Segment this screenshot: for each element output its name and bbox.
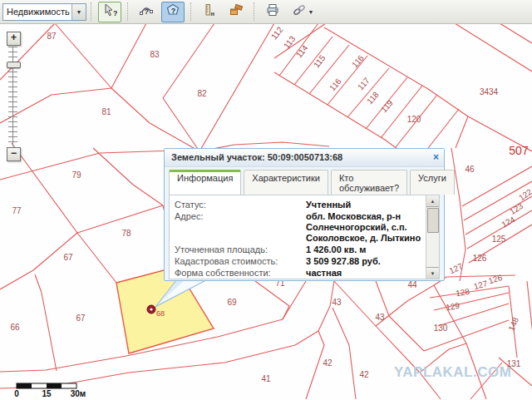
field-label: Форма собственности: — [175, 268, 306, 279]
svg-text:0: 0 — [14, 389, 19, 398]
tab-кто-обслуживает-[interactable]: Кто обслуживает? — [331, 170, 407, 195]
parcel-label: 83 — [150, 50, 160, 59]
measure-area-button[interactable] — [224, 2, 248, 22]
identify-polygon-icon: ? — [165, 2, 180, 21]
toolbar-separator — [127, 2, 129, 21]
cursor-identify-icon: ? — [102, 2, 117, 21]
parcel-label: 42 — [359, 370, 369, 379]
watermark: YAPLAKAL.COM — [394, 364, 511, 380]
popup-tabs: ИнформацияХарактеристикиКто обслуживает?… — [165, 167, 444, 195]
field-row: Адрес:обл. Московская, р-н Солнечногорск… — [175, 211, 422, 244]
zoom-slider-handle[interactable] — [7, 62, 21, 68]
parcel-label: 130 — [434, 323, 448, 333]
top-toolbar: Недвижимость ▼ ? ? — [0, 0, 532, 24]
parcel-label: 126 — [473, 254, 487, 263]
svg-text:?: ? — [171, 7, 176, 15]
field-value: 1 426.00 кв. м — [306, 244, 422, 255]
close-icon[interactable]: × — [433, 149, 439, 166]
parcel-label: 81 — [101, 107, 111, 116]
field-label: Уточненная площадь: — [175, 244, 306, 255]
field-label: Адрес: — [175, 211, 306, 244]
svg-text:?: ? — [113, 9, 117, 17]
parcel-label: 87 — [47, 32, 57, 41]
field-row: Уточненная площадь:1 426.00 кв. м — [175, 244, 422, 255]
tab-информация[interactable]: Информация — [169, 170, 241, 195]
parcel-label: 46 — [465, 165, 475, 174]
identify-polygon-button[interactable]: ? — [161, 2, 185, 22]
parcel-label: 77 — [12, 206, 22, 215]
toolbar-separator — [254, 2, 255, 21]
print-button[interactable] — [261, 2, 284, 22]
permalink-icon — [292, 2, 307, 21]
parcel-label: 41 — [261, 374, 271, 383]
print-icon — [265, 2, 280, 21]
measure-curve-icon: ? — [139, 2, 154, 21]
layer-select[interactable]: Недвижимость ▼ — [2, 3, 86, 21]
field-row: Кадастровая стоимость:3 509 927.88 руб. — [175, 256, 422, 267]
measure-curve-button[interactable]: ? — [135, 2, 158, 22]
popup-title-text: Земельный участок: 50:09:0050713:68 — [171, 152, 342, 162]
scroll-down-icon[interactable]: ▼ — [426, 267, 439, 279]
cadastral-map-app: 8783828179777867666769714142424343444612… — [0, 0, 532, 400]
parcel-label: 79 — [71, 170, 81, 180]
field-value: обл. Московская, р-н Солнечногорский, с.… — [306, 211, 422, 244]
caret-down-icon[interactable]: ▼ — [308, 9, 314, 15]
field-value: частная — [306, 268, 422, 279]
parcel-label: 507 — [509, 144, 529, 157]
parcel-label: 67 — [76, 314, 86, 323]
field-label: Статус: — [175, 200, 306, 210]
map-zoom-control: + − — [7, 32, 21, 161]
parcel-label: 42 — [323, 358, 332, 368]
field-value: Учтенный — [306, 200, 422, 210]
permalink-button[interactable]: ▼ — [288, 2, 318, 22]
svg-text:15: 15 — [42, 389, 52, 398]
parcel-label: 43 — [332, 298, 342, 307]
parcel-label: 82 — [197, 89, 207, 98]
tab-характеристики[interactable]: Характеристики — [244, 170, 328, 195]
tab-услуги[interactable]: Услуги — [410, 170, 455, 195]
parcel-label: 120 — [407, 115, 421, 124]
svg-text:?: ? — [145, 7, 150, 16]
popup-title: Земельный участок: 50:09:0050713:68 × — [165, 149, 444, 167]
parcel-info-popup: Земельный участок: 50:09:0050713:68 × Ин… — [164, 148, 445, 281]
layer-select-value: Недвижимость — [3, 4, 71, 20]
popup-scrollbar[interactable]: ▲ ▼ — [426, 195, 439, 279]
selected-parcel-number: 68 — [156, 309, 165, 318]
parcel-label: 3434 — [480, 87, 499, 96]
field-row: Форма собственности:частная — [175, 268, 422, 279]
svg-text:30м: 30м — [71, 389, 86, 398]
parcel-label: 69 — [227, 298, 237, 307]
toolbar-separator — [190, 2, 192, 21]
popup-content: Статус:УчтенныйАдрес:обл. Московская, р-… — [169, 195, 440, 279]
parcel-label: 66 — [10, 323, 20, 332]
scrollbar-thumb[interactable] — [427, 208, 439, 233]
parcel-label: 67 — [63, 253, 73, 262]
identify-cursor-button[interactable]: ? — [98, 2, 121, 22]
zoom-track[interactable] — [7, 47, 19, 146]
scroll-up-icon[interactable]: ▲ — [426, 195, 439, 207]
parcel-label: 78 — [121, 229, 131, 238]
measure-length-button[interactable]: н — [198, 2, 221, 22]
field-row: Статус:Учтенный — [175, 200, 422, 210]
parcel-label: 44 — [407, 280, 417, 289]
measure-length-icon: н — [202, 2, 217, 21]
zoom-in-button[interactable]: + — [7, 32, 21, 46]
zoom-out-button[interactable]: − — [7, 147, 21, 161]
parcel-label: 125 — [492, 235, 506, 244]
svg-text:н: н — [211, 10, 215, 17]
caret-down-icon[interactable]: ▼ — [71, 4, 86, 20]
measure-area-icon — [229, 2, 244, 21]
field-label: Кадастровая стоимость: — [175, 256, 306, 267]
field-list: Статус:УчтенныйАдрес:обл. Московская, р-… — [175, 200, 422, 279]
field-value: 3 509 927.88 руб. — [306, 256, 422, 267]
toolbar-separator — [91, 2, 92, 21]
parcel-label: 43 — [375, 313, 385, 322]
